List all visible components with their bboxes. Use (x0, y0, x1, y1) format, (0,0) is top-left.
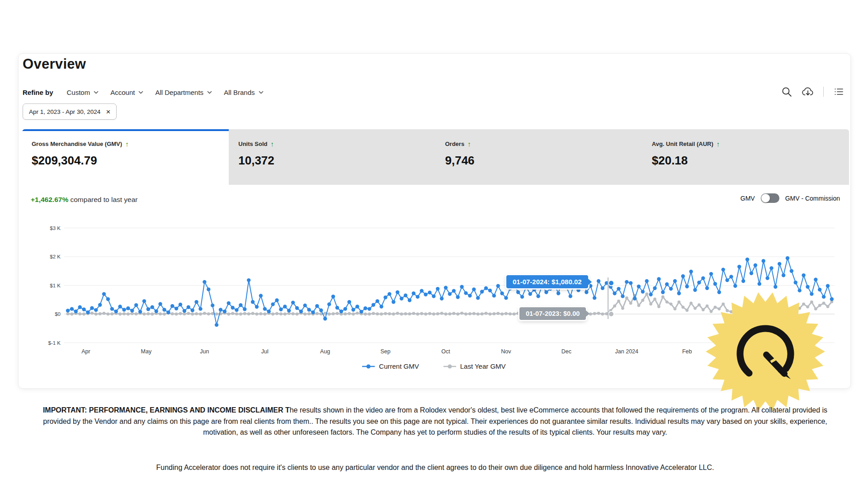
date-range-chip[interactable]: Apr 1, 2023 - Apr 30, 2024 × (23, 103, 117, 120)
disclaimer-paragraph-2: Funding Accelerator does not require it'… (38, 464, 832, 472)
legend-label: Current GMV (379, 362, 419, 370)
date-range-label: Apr 1, 2023 - Apr 30, 2024 (29, 108, 100, 115)
svg-text:$0: $0 (55, 311, 61, 317)
up-arrow-icon: ↑ (467, 140, 471, 148)
up-arrow-icon: ↑ (125, 140, 129, 148)
toolbar-divider (823, 87, 824, 97)
disclaimer-paragraph: IMPORTANT: PERFORMANCE, EARNINGS AND INC… (38, 405, 832, 438)
svg-text:May: May (141, 348, 152, 355)
kpi-tab-aur[interactable]: Avg. Unit Retail (AUR) ↑ $20.18 (642, 129, 849, 185)
svg-text:Dec: Dec (561, 348, 571, 355)
kpi-value: $209,304.79 (32, 154, 229, 168)
dropdown-label: All Brands (224, 89, 255, 96)
search-icon[interactable] (781, 86, 793, 98)
kpi-value: 10,372 (238, 154, 435, 168)
chevron-down-icon (94, 91, 99, 94)
toggle-knob (761, 194, 770, 202)
svg-text:Nov: Nov (501, 348, 511, 355)
svg-text:Jul: Jul (261, 348, 269, 355)
gmv-toggle-row: GMV GMV - Commission (741, 193, 840, 203)
legend-item-current-gmv[interactable]: Current GMV (362, 362, 419, 370)
line-dot-marker-icon (443, 364, 456, 369)
dropdown-brands[interactable]: All Brands (224, 89, 263, 96)
toggle-label-gmv-commission: GMV - Commission (785, 195, 840, 202)
tooltip-current-gmv: 01-07-2024: $1,080.02 (506, 275, 588, 288)
legend-item-last-year-gmv[interactable]: Last Year GMV (443, 362, 506, 370)
svg-text:$2 K: $2 K (50, 254, 61, 259)
chevron-down-icon (138, 91, 143, 94)
chevron-down-icon (207, 91, 212, 94)
chevron-down-icon (259, 91, 264, 94)
comparison-delta: +1,462.67% (31, 196, 68, 203)
kpi-label: Gross Merchandise Value (GMV) ↑ (32, 140, 229, 148)
up-arrow-icon: ↑ (271, 140, 274, 148)
kpi-tab-orders[interactable]: Orders ↑ 9,746 (436, 129, 642, 185)
kpi-tab-strip: Gross Merchandise Value (GMV) ↑ $209,304… (22, 129, 849, 185)
speedometer-badge (705, 291, 826, 412)
starburst-shape (706, 292, 825, 411)
svg-text:Aug: Aug (320, 348, 330, 355)
page-title: Overview (23, 56, 86, 72)
dropdown-custom[interactable]: Custom (67, 89, 99, 96)
line-dot-marker-icon (362, 364, 375, 369)
cloud-download-icon[interactable] (802, 86, 814, 98)
svg-text:$3 K: $3 K (50, 225, 61, 231)
toggle-label-gmv: GMV (741, 195, 755, 202)
kpi-value: $20.18 (652, 154, 849, 168)
kpi-tab-gmv[interactable]: Gross Merchandise Value (GMV) ↑ $209,304… (22, 129, 229, 185)
kpi-label: Units Sold ↑ (238, 140, 435, 148)
kpi-tab-units-sold[interactable]: Units Sold ↑ 10,372 (229, 129, 435, 185)
dropdown-departments[interactable]: All Departments (155, 89, 212, 96)
svg-text:$1 K: $1 K (50, 283, 61, 288)
dropdown-label: Custom (67, 89, 90, 96)
gmv-commission-toggle[interactable] (761, 193, 779, 203)
svg-text:Jun: Jun (200, 348, 209, 355)
kpi-label-text: Avg. Unit Retail (AUR) (652, 141, 713, 147)
close-icon[interactable]: × (106, 108, 110, 116)
toolbar (781, 85, 844, 99)
tooltip-last-year-gmv: 01-07-2023: $0.00 (519, 307, 586, 320)
refine-by-label: Refine by (23, 89, 53, 96)
kpi-label-text: Orders (445, 141, 465, 147)
dropdown-label: Account (110, 89, 135, 96)
disclaimer-bold: IMPORTANT: PERFORMANCE, EARNINGS AND INC… (43, 406, 290, 414)
dropdown-label: All Departments (155, 89, 203, 96)
dropdown-account[interactable]: Account (110, 89, 143, 96)
svg-text:$-1 K: $-1 K (48, 340, 61, 346)
svg-text:Jan 2024: Jan 2024 (615, 348, 638, 355)
crosshair-line (608, 277, 609, 319)
legend-label: Last Year GMV (460, 362, 506, 370)
svg-text:Feb: Feb (682, 348, 692, 355)
comparison-text: +1,462.67% compared to last year (31, 196, 138, 204)
refine-bar: Refine by Custom Account All Departments… (23, 86, 264, 99)
kpi-value: 9,746 (445, 154, 642, 168)
kpi-label: Orders ↑ (445, 140, 642, 148)
list-view-icon[interactable] (833, 86, 844, 97)
kpi-label-text: Units Sold (238, 141, 267, 147)
comparison-suffix: compared to last year (68, 196, 137, 203)
svg-text:Oct: Oct (441, 348, 450, 355)
svg-text:Apr: Apr (81, 348, 90, 355)
svg-text:Sep: Sep (381, 348, 391, 355)
kpi-label-text: Gross Merchandise Value (GMV) (32, 141, 122, 147)
up-arrow-icon: ↑ (717, 140, 720, 148)
kpi-label: Avg. Unit Retail (AUR) ↑ (652, 140, 849, 148)
